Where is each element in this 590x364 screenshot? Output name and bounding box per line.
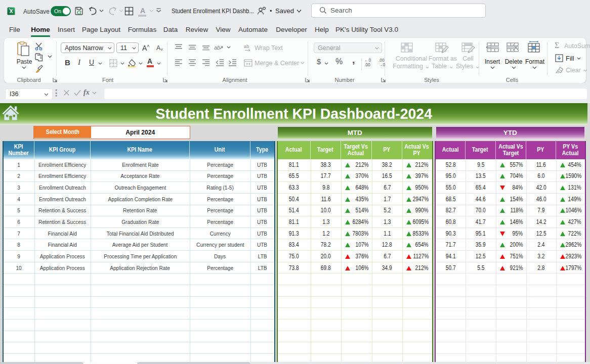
svg-text:ab: ab bbox=[214, 44, 220, 51]
svg-text:ab: ab bbox=[244, 44, 249, 49]
svg-text:X: X bbox=[9, 8, 13, 14]
